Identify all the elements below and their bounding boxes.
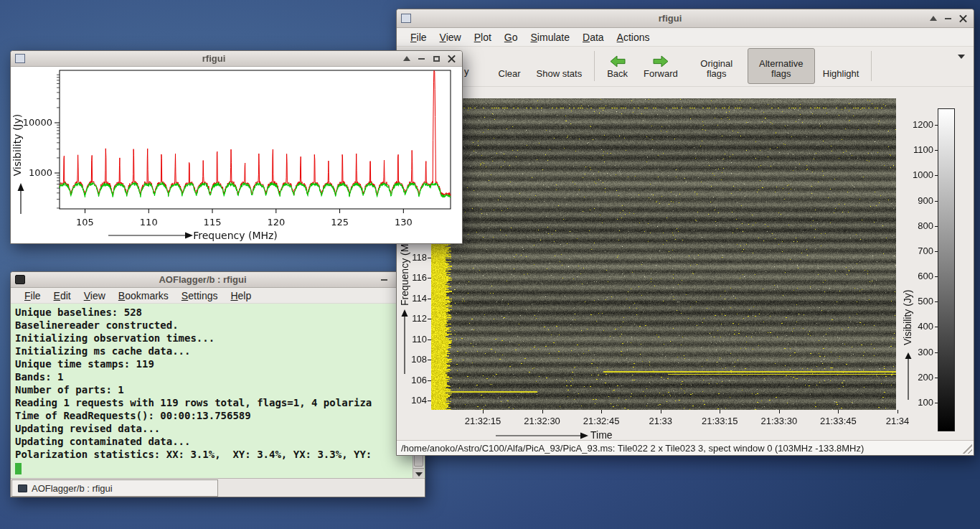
main-menu-item[interactable]: Plot — [468, 30, 498, 45]
colorbar — [938, 108, 955, 431]
terminal-output-line: Initializing observation times... — [15, 332, 410, 345]
toolbar-separator — [871, 51, 872, 81]
terminal-menu-item[interactable]: File — [18, 289, 47, 303]
terminal-output-line: Unique time stamps: 119 — [15, 357, 410, 370]
terminal-menu-item[interactable]: Settings — [175, 289, 225, 303]
toolbar-overflow-button[interactable] — [958, 59, 965, 72]
terminal-output-line: Reading 1 requests with 119 rows total, … — [15, 396, 410, 409]
time-tick-mark — [838, 410, 839, 413]
minimize-button[interactable] — [941, 12, 955, 25]
main-titlebar[interactable]: rfigui — [397, 9, 974, 28]
original-flags-button[interactable]: Original flags — [686, 48, 748, 84]
terminal-cursor — [15, 463, 22, 474]
y-axis-label: Visibility (Jy) — [11, 114, 23, 176]
plot-window-title: rfigui — [29, 53, 398, 64]
main-menubar: FileViewPlotGoSimulateDataActions — [397, 28, 974, 47]
close-button[interactable] — [956, 12, 970, 25]
minimize-button[interactable] — [415, 52, 428, 65]
shade-icon — [930, 16, 937, 21]
terminal-menu-item[interactable]: Bookmarks — [112, 289, 175, 303]
main-menu-item[interactable]: Go — [498, 30, 524, 45]
rfigui-main-window: rfigui FileViewPlotGoSimulateDataActions… — [396, 9, 974, 456]
terminal-tabbar: AOFlagger/b : rfigui — [11, 478, 425, 497]
terminal-tab-label: AOFlagger/b : rfigui — [32, 483, 113, 494]
frequency-tick-label: 106 — [402, 375, 427, 385]
x-tick-label: 105 — [76, 217, 94, 228]
y-tick-label: 1000 — [29, 167, 52, 178]
time-tick-mark — [483, 410, 484, 413]
plot-titlebar-buttons — [398, 52, 462, 65]
terminal-output-line: Time of ReadRequests(): 00:00:13.756589 — [15, 409, 410, 422]
close-button[interactable] — [445, 52, 458, 65]
main-menu-item[interactable]: View — [433, 30, 468, 45]
main-menu-item[interactable]: Data — [576, 30, 611, 45]
close-icon — [448, 55, 456, 62]
time-tick-label: 21:33:15 — [691, 416, 748, 426]
x-axis-arrow-head — [185, 233, 193, 239]
main-menu-item[interactable]: Simulate — [524, 30, 576, 45]
show-stats-button[interactable]: Show stats — [529, 48, 590, 84]
maximize-button[interactable] — [430, 52, 443, 65]
show-stats-label: Show stats — [537, 69, 583, 79]
forward-arrow-icon — [653, 55, 669, 67]
x-tick-label: 115 — [204, 217, 222, 228]
shade-icon — [403, 56, 410, 61]
time-axis-arrow-icon — [494, 431, 590, 440]
main-menu-item[interactable]: File — [404, 30, 433, 45]
main-menu-item[interactable]: Actions — [611, 30, 656, 45]
terminal-menu-item[interactable]: Edit — [47, 289, 77, 303]
x-axis-label: Frequency (MHz) — [193, 230, 278, 241]
minimize-icon — [418, 58, 425, 60]
terminal-menu-item[interactable]: View — [77, 289, 112, 303]
highlight-button[interactable]: Highlight — [815, 48, 867, 84]
partially-hidden-toolbar-button[interactable]: y — [464, 66, 469, 84]
minimize-icon — [945, 18, 951, 19]
time-tick-label: 21:33 — [632, 416, 689, 426]
shade-button[interactable] — [926, 12, 940, 25]
terminal-output-area[interactable]: Unique baselines: 528Baselinereader cons… — [11, 304, 425, 479]
terminal-output-line: Updating revised data... — [15, 422, 410, 435]
terminal-titlebar[interactable]: AOFlagger/b : rfigui — [11, 272, 425, 288]
time-tick-label: 21:33:30 — [750, 416, 808, 426]
y-tick-label: 10000 — [23, 117, 52, 128]
forward-button-label: Forward — [644, 69, 678, 79]
terminal-output-line: Polarization statistics: XX: 3.1%, XY: 3… — [15, 448, 410, 461]
shade-button[interactable] — [400, 52, 413, 65]
terminal-tab[interactable]: AOFlagger/b : rfigui — [11, 479, 218, 497]
minimize-icon — [381, 279, 387, 281]
back-arrow-icon — [610, 55, 626, 67]
time-tick-mark — [601, 410, 602, 413]
chevron-down-icon — [415, 472, 423, 477]
visibility-frequency-plot[interactable]: 100010000105110115120125130Frequency (MH… — [11, 67, 463, 245]
back-button-label: Back — [607, 69, 628, 79]
plot-titlebar[interactable]: rfigui — [11, 51, 462, 67]
y-axis-arrow-head — [18, 183, 24, 191]
time-tick-mark — [720, 410, 720, 413]
time-tick-label: 21:34 — [869, 416, 926, 426]
terminal-output-line: Baselinereader constructed. — [15, 319, 410, 332]
toolbar-separator — [594, 51, 595, 81]
time-tick-label: 21:32:15 — [454, 416, 512, 426]
statusbar: /home/anoko/Astro/C100/Alfa/PicA_93/PicA… — [397, 440, 974, 455]
terminal-tab-icon — [18, 484, 27, 492]
resize-grip[interactable] — [961, 443, 972, 454]
terminal-output: Unique baselines: 528Baselinereader cons… — [15, 306, 410, 461]
colorbar-tick-label: 1100 — [899, 144, 933, 155]
time-tick-mark — [897, 410, 898, 413]
desktop: AOFlagger/b : rfigui FileEditViewBookmar… — [0, 0, 980, 529]
terminal-window: AOFlagger/b : rfigui FileEditViewBookmar… — [10, 271, 425, 497]
x-tick-label: 125 — [331, 217, 349, 228]
terminal-menubar: FileEditViewBookmarksSettingsHelp — [11, 288, 425, 304]
back-button[interactable]: Back — [599, 48, 636, 84]
rfigui-plot-window: rfigui 100010000105110115120125130Freque… — [10, 50, 463, 244]
alternative-flags-button[interactable]: Alternative flags — [748, 48, 815, 84]
minimize-button[interactable] — [377, 273, 391, 286]
frequency-axis-arrow-icon — [400, 308, 410, 375]
terminal-menu-item[interactable]: Help — [224, 289, 258, 303]
spectrogram[interactable] — [431, 98, 896, 410]
status-text: /home/anoko/Astro/C100/Alfa/PicA_93/PicA… — [401, 443, 864, 454]
forward-button[interactable]: Forward — [636, 48, 686, 84]
konsole-icon — [15, 275, 25, 284]
clear-button[interactable]: Clear — [491, 48, 529, 84]
time-tick-label: 21:33:45 — [809, 416, 867, 426]
